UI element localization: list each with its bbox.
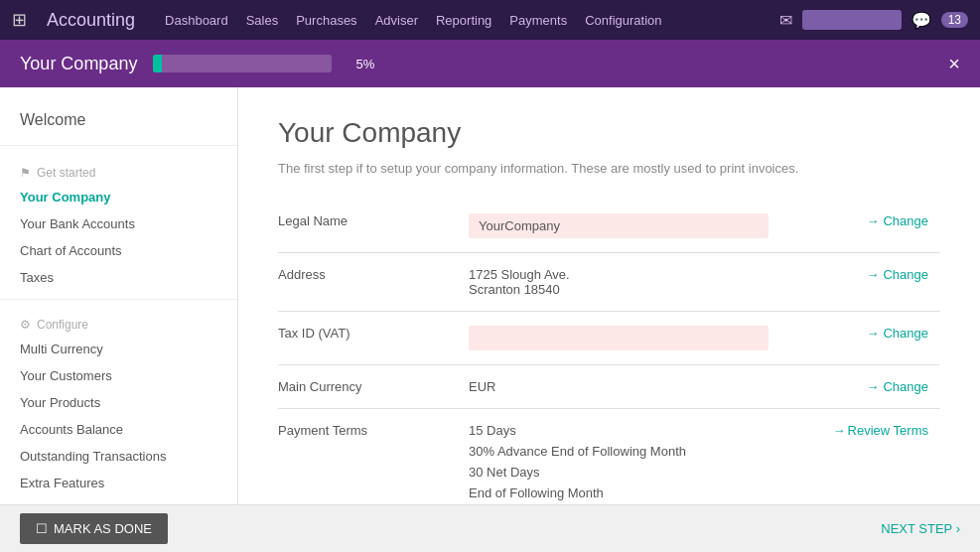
action-cell-address: → Change (780, 253, 940, 312)
sidebar-item-outstanding-transactions[interactable]: Outstanding Transactions (0, 443, 237, 470)
main-content-area: Your Company The first step if to setup … (238, 87, 980, 552)
arrow-right-icon: → (833, 423, 846, 438)
app-grid-icon[interactable]: ⊞ (12, 9, 27, 31)
sidebar-item-multi-currency[interactable]: Multi Currency (0, 336, 237, 362)
sidebar-item-your-company[interactable]: Your Company (0, 184, 237, 210)
sidebar-item-accounts-balance[interactable]: Accounts Balance (0, 416, 237, 443)
nav-right: ✉ 💬 13 (779, 10, 968, 30)
nav-links: Dashboard Sales Purchases Adviser Report… (165, 13, 760, 28)
tax-id-change-link[interactable]: → Change (866, 326, 928, 341)
next-step-button[interactable]: NEXT STEP › (881, 521, 960, 536)
modal-title: Your Company (20, 54, 137, 74)
field-value-main-currency: EUR (457, 365, 780, 409)
action-cell-tax-id: → Change (780, 312, 940, 365)
modal-footer: ☐ MARK AS DONE NEXT STEP › (0, 504, 980, 552)
arrow-right-icon: → (866, 267, 879, 282)
nav-adviser[interactable]: Adviser (375, 13, 418, 28)
table-row-address: Address 1725 Slough Ave. Scranton 18540 … (278, 253, 940, 312)
page-subtitle: The first step if to setup your company … (278, 161, 940, 176)
nav-sales[interactable]: Sales (246, 13, 279, 28)
top-navigation: ⊞ Accounting Dashboard Sales Purchases A… (0, 0, 980, 40)
nav-configuration[interactable]: Configuration (585, 13, 661, 28)
sidebar-item-chart-of-accounts[interactable]: Chart of Accounts (0, 237, 237, 264)
modal-body: Welcome ⚑ Get started Your Company Your … (0, 87, 980, 552)
field-value-tax-id (457, 312, 780, 365)
company-info-table: Legal Name → Change Addres (278, 200, 940, 536)
modal-header-left: Your Company 5% (20, 54, 374, 74)
sidebar-divider (0, 299, 237, 300)
table-row-legal-name: Legal Name → Change (278, 200, 940, 253)
checkbox-icon: ☐ (36, 521, 48, 536)
payment-term-0: 15 Days (469, 423, 769, 438)
table-row-main-currency: Main Currency EUR → Change (278, 365, 940, 409)
field-label-address: Address (278, 253, 457, 312)
sidebar-item-your-bank-accounts[interactable]: Your Bank Accounts (0, 210, 237, 237)
sidebar-item-your-products[interactable]: Your Products (0, 389, 237, 416)
field-label-tax-id: Tax ID (VAT) (278, 312, 457, 365)
modal-header: Your Company 5% × (0, 40, 980, 87)
progress-bar-fill (153, 55, 162, 72)
table-row-tax-id: Tax ID (VAT) → Change (278, 312, 940, 365)
setup-sidebar: Welcome ⚑ Get started Your Company Your … (0, 87, 238, 552)
gear-icon: ⚙ (20, 318, 31, 332)
chat-icon[interactable]: 💬 (911, 11, 931, 30)
sidebar-section-configure: ⚙ Configure (0, 308, 237, 336)
modal-close-button[interactable]: × (948, 54, 960, 73)
arrow-right-icon: → (866, 379, 879, 394)
flag-icon: ⚑ (20, 166, 31, 180)
sidebar-item-your-customers[interactable]: Your Customers (0, 362, 237, 389)
sidebar-item-taxes[interactable]: Taxes (0, 264, 237, 291)
app-title: Accounting (47, 10, 135, 31)
sidebar-item-extra-features[interactable]: Extra Features (0, 470, 237, 496)
arrow-right-icon: → (866, 326, 879, 341)
tax-id-input[interactable] (469, 326, 769, 350)
action-cell-legal-name: → Change (780, 200, 940, 253)
legal-name-input[interactable] (469, 213, 769, 238)
nav-reporting[interactable]: Reporting (436, 13, 491, 28)
address-line2: Scranton 18540 (469, 282, 769, 297)
payment-term-3: End of Following Month (469, 485, 769, 500)
legal-name-change-link[interactable]: → Change (866, 213, 928, 228)
setup-modal: Your Company 5% × Welcome ⚑ Get started … (0, 40, 980, 552)
progress-label: 5% (355, 57, 374, 71)
address-change-link[interactable]: → Change (866, 267, 928, 282)
envelope-icon[interactable]: ✉ (779, 11, 792, 30)
field-value-address: 1725 Slough Ave. Scranton 18540 (457, 253, 780, 312)
field-label-legal-name: Legal Name (278, 200, 457, 253)
nav-dashboard[interactable]: Dashboard (165, 13, 228, 28)
payment-term-1: 30% Advance End of Following Month (469, 444, 769, 459)
nav-payments[interactable]: Payments (509, 13, 567, 28)
payment-terms-review-link[interactable]: → Review Terms (833, 423, 928, 438)
sidebar-welcome: Welcome (0, 103, 237, 146)
mark-as-done-button[interactable]: ☐ MARK AS DONE (20, 513, 168, 544)
page-title: Your Company (278, 117, 940, 149)
currency-change-link[interactable]: → Change (866, 379, 928, 394)
action-cell-main-currency: → Change (780, 365, 940, 409)
progress-bar-container (153, 55, 332, 72)
sidebar-section-get-started: ⚑ Get started (0, 156, 237, 184)
nav-purchases[interactable]: Purchases (296, 13, 356, 28)
arrow-right-icon: → (866, 213, 879, 228)
nav-search-input[interactable] (802, 10, 902, 30)
field-label-main-currency: Main Currency (278, 365, 457, 409)
payment-term-2: 30 Net Days (469, 465, 769, 480)
address-line1: 1725 Slough Ave. (469, 267, 769, 282)
message-count-badge: 13 (941, 12, 968, 28)
field-value-legal-name (457, 200, 780, 253)
